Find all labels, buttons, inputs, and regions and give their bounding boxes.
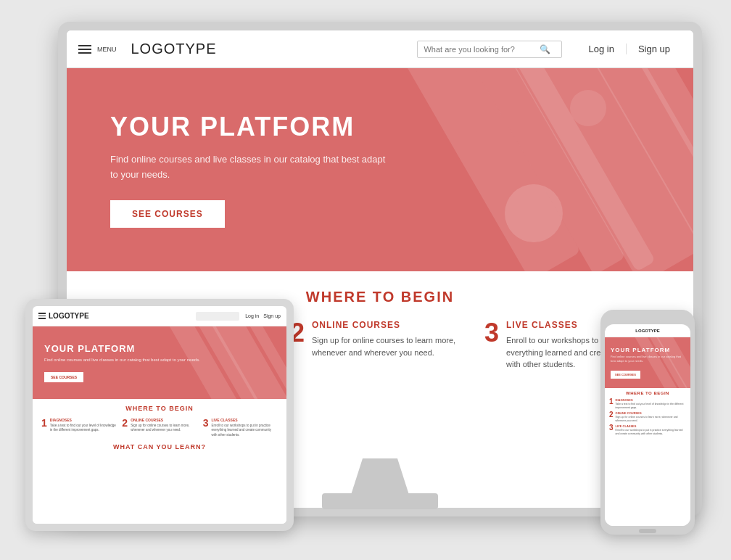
phone-where-section: WHERE TO BEGIN 1 DIAGNOSES Take a test t…	[605, 388, 690, 526]
phone-hero-content: YOUR PLATFORM Find online courses and li…	[611, 347, 685, 379]
navbar: MENU LOGOTYPE 🔍 Log in Sign up	[67, 30, 693, 68]
hero-title: YOUR PLATFORM	[110, 112, 386, 142]
step-2-desc: Sign up for online courses to learn more…	[312, 334, 470, 358]
p-step-3-num: 3	[609, 424, 614, 432]
tablet-signup[interactable]: Sign up	[263, 313, 281, 318]
t-step-2-num: 2	[122, 418, 128, 437]
menu-icon[interactable]	[78, 45, 91, 54]
t-step-3-num: 3	[203, 418, 209, 437]
search-icon[interactable]: 🔍	[540, 44, 550, 54]
step-2: 2 ONLINE COURSES Sign up for online cour…	[290, 320, 470, 371]
step-3-num: 3	[484, 320, 499, 371]
phone-logo: LOGOTYPE	[635, 329, 659, 333]
tablet-hero: YOUR PLATFORM Find online courses and li…	[33, 326, 286, 399]
tablet-steps: 1 DIAGNOSES Take a test to find out your…	[41, 418, 278, 437]
phone-steps: 1 DIAGNOSES Take a test to find out your…	[609, 398, 686, 435]
logo-thin: TYPE	[175, 41, 216, 57]
signup-button[interactable]: Sign up	[627, 44, 682, 54]
menu-label: MENU	[97, 46, 117, 53]
login-button[interactable]: Log in	[577, 44, 626, 54]
nav-auth: Log in Sign up	[577, 44, 682, 54]
phone-hero-title: YOUR PLATFORM	[611, 347, 685, 353]
phone-step-2: 2 ONLINE COURSES Sign up for online cour…	[609, 411, 686, 422]
phone-screen: LOGOTYPE YOUR PLATFORM Find online cours…	[605, 324, 690, 526]
phone-navbar: LOGOTYPE	[605, 324, 690, 337]
phone-hero-sub: Find online courses and live classes in …	[611, 355, 685, 363]
t-step-1-num: 1	[41, 418, 47, 437]
tablet-what-title: WHAT CAN YOU LEARN?	[41, 443, 278, 450]
tablet-logo: LOGOTYPE	[49, 312, 89, 320]
p-step-2-num: 2	[609, 411, 614, 419]
step-2-body: ONLINE COURSES Sign up for online course…	[312, 320, 470, 371]
logo: LOGOTYPE	[131, 41, 217, 57]
phone-see-courses-button[interactable]: SEE COURSES	[611, 371, 640, 379]
tablet-step-3: 3 LIVE CLASSES Enroll to our workshops t…	[203, 418, 278, 437]
scene: MENU LOGOTYPE 🔍 Log in Sign up	[15, 15, 716, 560]
tablet-navbar: LOGOTYPE Log in Sign up	[33, 306, 286, 326]
monitor-base	[322, 493, 438, 509]
tablet-device: LOGOTYPE Log in Sign up YOUR PLATFORM	[25, 299, 294, 531]
tablet-auth: Log in Sign up	[245, 313, 281, 318]
tablet-search[interactable]	[196, 312, 239, 321]
tablet-screen: LOGOTYPE Log in Sign up YOUR PLATFORM	[33, 306, 286, 524]
phone-step-1: 1 DIAGNOSES Take a test to find out your…	[609, 398, 686, 409]
step-2-name: ONLINE COURSES	[312, 320, 470, 330]
tablet-step-1: 1 DIAGNOSES Take a test to find out your…	[41, 418, 116, 437]
phone-step-3: 3 LIVE CLASSES Enroll to our workshops t…	[609, 424, 686, 435]
t-step-2-body: ONLINE COURSES Sign up for online course…	[131, 418, 197, 437]
tablet-see-courses-button[interactable]: SEE COURSES	[44, 372, 83, 382]
tablet-where-section: WHERE TO BEGIN 1 DIAGNOSES Take a test t…	[33, 399, 286, 524]
phone-where-title: WHERE TO BEGIN	[609, 391, 686, 395]
logo-bold: LOGO	[131, 41, 176, 57]
hero-section: YOUR PLATFORM Find online courses and li…	[67, 68, 693, 271]
hero-circle-2	[570, 90, 606, 126]
p-step-2-body: ONLINE COURSES Sign up for online course…	[616, 411, 686, 422]
phone-home-button[interactable]	[639, 529, 656, 533]
search-bar: 🔍	[417, 41, 562, 58]
see-courses-button[interactable]: SEE COURSES	[110, 200, 225, 228]
p-step-1-num: 1	[609, 398, 614, 405]
tablet-menu-icon[interactable]	[38, 313, 46, 319]
t-step-3-body: LIVE CLASSES Enroll to our workshops to …	[211, 418, 278, 437]
hero-content: YOUR PLATFORM Find online courses and li…	[110, 112, 386, 228]
tablet-step-2: 2 ONLINE COURSES Sign up for online cour…	[122, 418, 197, 437]
p-step-1-body: DIAGNOSES Take a test to find out your l…	[616, 398, 686, 409]
tablet-hero-title: YOUR PLATFORM	[44, 343, 200, 354]
hero-subtitle: Find online courses and live classes in …	[110, 152, 386, 183]
p-step-3-body: LIVE CLASSES Enroll to our workshops to …	[616, 424, 686, 435]
phone-notch	[633, 316, 662, 321]
t-step-1-body: DIAGNOSES Take a test to find out your l…	[50, 418, 117, 437]
tablet-login[interactable]: Log in	[245, 313, 259, 318]
phone-hero: YOUR PLATFORM Find online courses and li…	[605, 337, 690, 388]
tablet-hero-sub: Find online courses and live classes in …	[44, 357, 200, 363]
tablet-where-title: WHERE TO BEGIN	[41, 405, 278, 412]
search-input[interactable]	[424, 45, 540, 54]
phone-device: LOGOTYPE YOUR PLATFORM Find online cours…	[600, 310, 695, 535]
tablet-hero-content: YOUR PLATFORM Find online courses and li…	[44, 343, 200, 382]
hero-circle-1	[505, 184, 563, 242]
